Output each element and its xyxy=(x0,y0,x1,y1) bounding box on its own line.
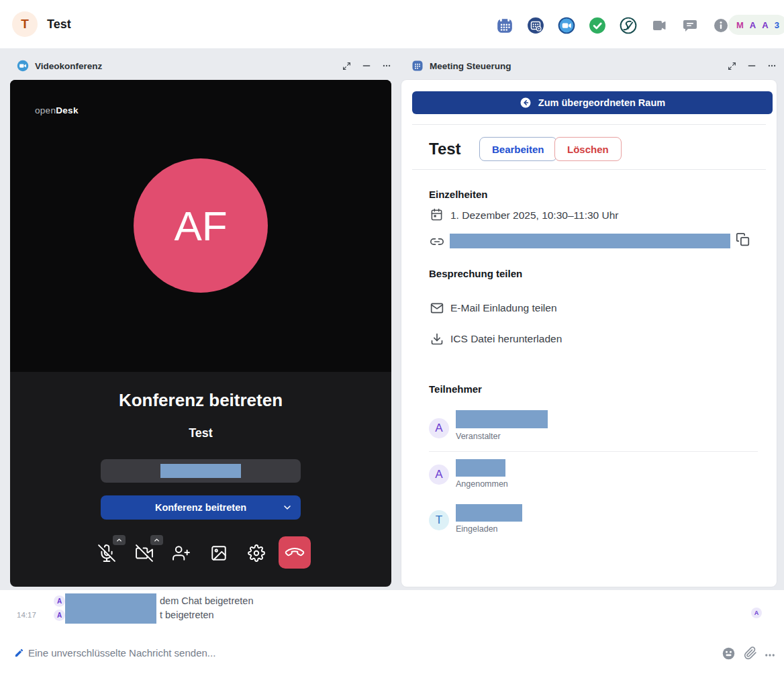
mic-options-chevron[interactable] xyxy=(113,535,126,545)
redacted-chat-names xyxy=(65,593,156,624)
copy-link-button[interactable] xyxy=(736,232,750,246)
link-icon xyxy=(430,235,444,248)
video-panel-header: Videokonferenz xyxy=(17,57,391,75)
participant-avatar: A xyxy=(429,465,449,485)
member-initial: A xyxy=(762,20,768,30)
meeting-title: Test xyxy=(429,140,461,158)
mail-icon xyxy=(430,301,444,315)
participant-avatar: A xyxy=(429,418,449,438)
opendesk-logo: openDesk xyxy=(35,105,79,115)
divider xyxy=(429,451,758,452)
join-conference-button[interactable]: Konferenz beitreten xyxy=(101,495,301,520)
more-options-button[interactable] xyxy=(764,649,776,661)
room-avatar[interactable]: T xyxy=(12,11,38,37)
message-composer-input[interactable] xyxy=(28,644,485,661)
meeting-panel-title: Meeting Steuerung xyxy=(430,61,511,71)
join-button-label: Konferenz beitreten xyxy=(155,502,246,513)
members-pill[interactable]: M A A 3 xyxy=(728,15,784,35)
emoji-button[interactable] xyxy=(722,646,736,661)
participant-avatar: T xyxy=(429,510,449,530)
mic-off-button[interactable] xyxy=(98,544,115,562)
info-icon[interactable] xyxy=(712,17,730,34)
widget-options-button[interactable] xyxy=(382,61,391,70)
logo-text-desk: Desk xyxy=(56,105,78,115)
camera-options-chevron[interactable] xyxy=(150,535,163,545)
redacted-participant-name xyxy=(456,504,522,522)
divider xyxy=(412,124,766,125)
participant-role: Veranstalter xyxy=(456,432,501,441)
edit-button[interactable]: Bearbeiten xyxy=(479,137,557,161)
participant-role: Angenommen xyxy=(456,479,508,489)
unencrypted-pencil-icon xyxy=(14,648,24,658)
video-preview: openDesk AF xyxy=(10,80,391,372)
details-heading: Einzelheiten xyxy=(429,189,488,200)
delete-button[interactable]: Löschen xyxy=(554,137,622,161)
prejoin-toolbar xyxy=(10,533,391,580)
participant-video-avatar: AF xyxy=(134,158,268,293)
widget-options-button[interactable] xyxy=(767,61,777,70)
participants-heading: Teilnehmer xyxy=(429,383,482,395)
logo-text-open: open xyxy=(35,105,56,115)
widget-area: Videokonferenz Meeting Steuerung xyxy=(0,49,784,590)
hangup-button[interactable] xyxy=(279,536,311,569)
chat-icon[interactable] xyxy=(681,17,699,34)
arrow-left-circle-icon xyxy=(520,97,532,109)
chat-event-text: dem Chat beigetreten xyxy=(160,595,253,606)
opendesk-app: T Test xyxy=(0,0,784,676)
member-initial: A xyxy=(750,20,756,30)
calendar-widget-icon[interactable] xyxy=(496,17,513,34)
event-timestamp: 14:17 xyxy=(17,611,36,619)
share-email-link[interactable]: E-Mail Einladung teilen xyxy=(450,302,557,314)
pen-logo-icon[interactable] xyxy=(620,17,637,34)
share-heading: Besprechung teilen xyxy=(429,268,522,279)
join-heading: Konferenz beitreten xyxy=(10,372,391,411)
settings-button[interactable] xyxy=(248,544,265,562)
member-initial: M xyxy=(736,20,744,30)
redacted-meeting-link xyxy=(450,234,730,248)
parent-room-button[interactable]: Zum übergeordneten Raum xyxy=(412,91,773,114)
video-conference-widget-icon xyxy=(17,60,29,72)
meeting-widget-icon[interactable] xyxy=(527,17,544,34)
event-avatar: A xyxy=(54,595,65,607)
minimize-widget-button[interactable] xyxy=(362,61,371,70)
widget-icon-row xyxy=(496,17,730,34)
video-widget-icon[interactable] xyxy=(558,17,575,34)
prejoin-section: Konferenz beitreten Test Konferenz beitr… xyxy=(10,372,391,587)
video-panel-title: Videokonferenz xyxy=(35,61,102,71)
meeting-panel-header: Meeting Steuerung xyxy=(411,57,777,75)
member-count: 3 xyxy=(775,20,779,30)
expand-widget-button[interactable] xyxy=(728,62,736,70)
add-person-button[interactable] xyxy=(173,544,190,562)
calendar-icon xyxy=(430,208,443,221)
divider xyxy=(412,169,766,170)
top-bar: T Test xyxy=(0,0,784,49)
event-avatar: A xyxy=(54,610,65,621)
expand-widget-button[interactable] xyxy=(342,62,351,70)
redacted-participant-name xyxy=(456,410,548,428)
chat-event-text: t beigetreten xyxy=(160,610,214,620)
chevron-down-icon xyxy=(282,502,293,513)
participant-role: Eingeladen xyxy=(456,524,498,534)
background-image-button[interactable] xyxy=(210,544,228,562)
display-name-input[interactable] xyxy=(101,459,301,483)
check-widget-icon[interactable] xyxy=(589,17,606,34)
camera-off-button[interactable] xyxy=(136,544,153,562)
chat-section: A dem Chat beigetreten 14:17 A t beigetr… xyxy=(0,590,784,676)
parent-room-button-label: Zum übergeordneten Raum xyxy=(538,97,665,108)
meeting-control-widget: Zum übergeordneten Raum Test Bearbeiten … xyxy=(401,80,777,587)
meeting-date: 1. Dezember 2025, 10:30–11:30 Uhr xyxy=(450,209,618,222)
redacted-participant-name xyxy=(456,459,505,477)
video-conference-widget: openDesk AF Konferenz beitreten Test Kon… xyxy=(10,80,391,587)
download-ics-link[interactable]: ICS Datei herunterladen xyxy=(450,333,562,345)
meeting-widget-mini-icon xyxy=(411,60,424,72)
room-title: Test xyxy=(47,17,71,32)
minimize-widget-button[interactable] xyxy=(747,61,756,70)
attachment-button[interactable] xyxy=(744,646,757,660)
download-icon xyxy=(430,332,444,346)
read-receipt-avatar: A xyxy=(751,608,762,618)
video-call-icon[interactable] xyxy=(650,17,668,34)
join-room-name: Test xyxy=(10,426,391,440)
redacted-display-name xyxy=(160,464,241,478)
